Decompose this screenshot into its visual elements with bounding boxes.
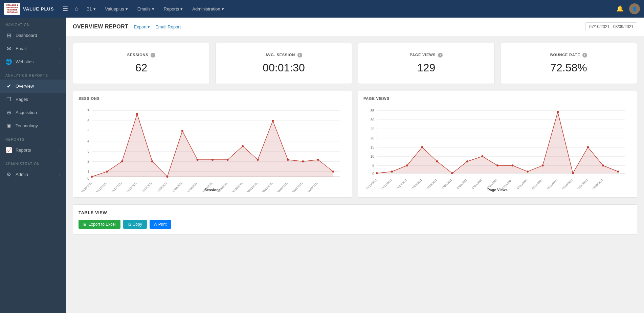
notification-bell-icon[interactable]: 🔔 — [614, 4, 626, 14]
logo-area[interactable]: COLLEGE &UNIVERSITYREWARDSPROGRAM VALUE … — [4, 3, 54, 15]
svg-text:3: 3 — [87, 150, 89, 153]
svg-text:15: 15 — [371, 146, 374, 149]
svg-point-81 — [542, 164, 544, 166]
print-icon: ⎙ — [154, 222, 157, 227]
sidebar-item-dashboard[interactable]: ⊞ Dashboard — [0, 29, 66, 42]
page-title: OVERVIEW REPORT — [73, 24, 129, 30]
svg-point-86 — [617, 171, 619, 173]
svg-text:08/09/2021: 08/09/2021 — [592, 178, 604, 190]
sidebar-item-label: Dashboard — [16, 33, 61, 38]
copy-button[interactable]: ⧉ Copy — [123, 220, 147, 229]
export-link[interactable]: Export ▾ — [134, 24, 150, 29]
export-excel-button[interactable]: ⊞ Export to Excel — [79, 220, 120, 229]
svg-point-77 — [481, 155, 483, 157]
svg-point-79 — [512, 164, 514, 166]
print-button[interactable]: ⎙ Print — [150, 220, 172, 229]
svg-text:08/07/2021: 08/07/2021 — [577, 178, 589, 190]
sidebar-item-label: Overview — [16, 84, 61, 89]
svg-marker-69 — [377, 112, 618, 173]
svg-text:20: 20 — [371, 136, 374, 140]
svg-text:07/14/2021: 07/14/2021 — [396, 178, 408, 190]
nav-reports[interactable]: Reports ▾ — [160, 4, 186, 14]
svg-point-74 — [436, 160, 438, 162]
svg-point-80 — [527, 171, 529, 173]
user-avatar[interactable]: 👤 — [629, 3, 640, 14]
svg-point-34 — [332, 171, 334, 173]
brand-name: VALUE PLUS — [23, 6, 54, 12]
sidebar-item-email[interactable]: ✉ Email › — [0, 42, 66, 55]
hamburger-icon[interactable]: ☰ — [61, 4, 70, 14]
sidebar-item-label: Reports — [16, 148, 56, 153]
excel-icon: ⊞ — [83, 222, 87, 227]
stat-value-page-views: 129 — [365, 62, 488, 74]
logo-box: COLLEGE &UNIVERSITYREWARDSPROGRAM — [4, 3, 20, 15]
sidebar-item-admin[interactable]: ⚙ Admin › — [0, 168, 66, 181]
nav-valueplus[interactable]: Valueplus ▾ — [102, 4, 131, 14]
email-report-link[interactable]: Email Report — [155, 24, 181, 29]
svg-point-22 — [151, 160, 153, 162]
chevron-icon: ▾ — [126, 6, 128, 12]
dashboard-icon: ⊞ — [5, 32, 12, 39]
svg-point-20 — [121, 160, 123, 162]
svg-text:08/05/2021: 08/05/2021 — [277, 182, 289, 192]
nav-administration[interactable]: Administration ▾ — [189, 4, 227, 14]
sessions-chart-container: 7 6 5 4 3 2 1 0 — [79, 104, 347, 192]
dropdown-icon: ▾ — [148, 24, 150, 29]
svg-point-76 — [466, 160, 468, 162]
nav-b1[interactable]: B1 ▾ — [83, 4, 99, 14]
info-icon[interactable]: i — [297, 53, 302, 58]
sidebar-item-technology[interactable]: ▣ Technology — [0, 119, 66, 132]
table-actions: ⊞ Export to Excel ⧉ Copy ⎙ Print — [79, 220, 631, 229]
technology-icon: ▣ — [5, 122, 12, 129]
sidebar-item-acquisition[interactable]: ⊕ Acquisition — [0, 106, 66, 119]
svg-point-71 — [391, 171, 393, 173]
sidebar-item-label: Admin — [16, 172, 56, 177]
chevron-icon: ▾ — [93, 6, 96, 12]
svg-text:07/24/2021: 07/24/2021 — [471, 178, 483, 190]
page-header: OVERVIEW REPORT Export ▾ Email Report 07… — [66, 18, 644, 36]
chevron-icon: ▾ — [180, 6, 183, 12]
chevron-right-icon: › — [59, 148, 61, 152]
sidebar-item-reports[interactable]: 📈 Reports › — [0, 143, 66, 157]
svg-point-23 — [166, 176, 168, 178]
sidebar-item-pages[interactable]: ❐ Pages — [0, 93, 66, 106]
svg-text:5: 5 — [87, 129, 89, 133]
svg-text:07/10/2021: 07/10/2021 — [81, 182, 93, 192]
svg-text:08/01/2021: 08/01/2021 — [532, 178, 543, 190]
table-title: TABLE VIEW — [79, 210, 631, 215]
svg-point-25 — [196, 159, 198, 161]
svg-text:07/30/2021: 07/30/2021 — [516, 178, 528, 190]
stat-card-sessions: SESSIONS i 62 — [73, 43, 210, 84]
sessions-chart-svg: 7 6 5 4 3 2 1 0 — [79, 104, 347, 192]
svg-point-19 — [106, 171, 108, 173]
copy-icon: ⧉ — [128, 222, 131, 227]
date-range[interactable]: 07/10/2021 - 08/09/2021 — [585, 22, 637, 31]
stat-value-bounce-rate: 72.58% — [507, 62, 630, 74]
admin-icon: ⚙ — [5, 171, 12, 178]
stat-card-avg-session: AVG. SESSION i 00:01:30 — [215, 43, 352, 84]
svg-point-72 — [406, 164, 408, 166]
chevron-icon: ▾ — [222, 6, 224, 12]
sidebar-item-label: Acquisition — [16, 110, 61, 115]
email-icon: ✉ — [5, 45, 12, 52]
info-icon[interactable]: i — [582, 53, 587, 58]
info-icon[interactable]: i — [151, 53, 155, 58]
main-content: OVERVIEW REPORT Export ▾ Email Report 07… — [66, 18, 644, 313]
svg-text:10: 10 — [371, 155, 374, 158]
svg-text:08/09/2021: 08/09/2021 — [307, 182, 319, 192]
svg-text:08/03/2021: 08/03/2021 — [262, 182, 273, 192]
svg-text:07/30/2021: 07/30/2021 — [231, 182, 243, 192]
svg-text:07/16/2021: 07/16/2021 — [126, 182, 138, 192]
sidebar-item-websites[interactable]: 🌐 Websites › — [0, 55, 66, 68]
nav-emails[interactable]: Emails ▾ — [134, 4, 158, 14]
svg-marker-17 — [92, 114, 333, 177]
svg-point-84 — [587, 146, 589, 148]
check-icon: ✔ — [5, 83, 12, 89]
home-icon[interactable]: ⌂ — [73, 4, 80, 14]
info-icon[interactable]: i — [438, 53, 443, 58]
sidebar-item-overview[interactable]: ✔ Overview — [0, 80, 66, 93]
svg-text:Page Views: Page Views — [487, 188, 508, 192]
pageviews-chart-title: PAGE VIEWS — [363, 96, 631, 100]
pageviews-chart-svg: 35 30 25 20 15 10 5 0 — [363, 104, 631, 192]
stat-cards: SESSIONS i 62 AVG. SESSION i 00:01:30 PA… — [73, 43, 637, 84]
